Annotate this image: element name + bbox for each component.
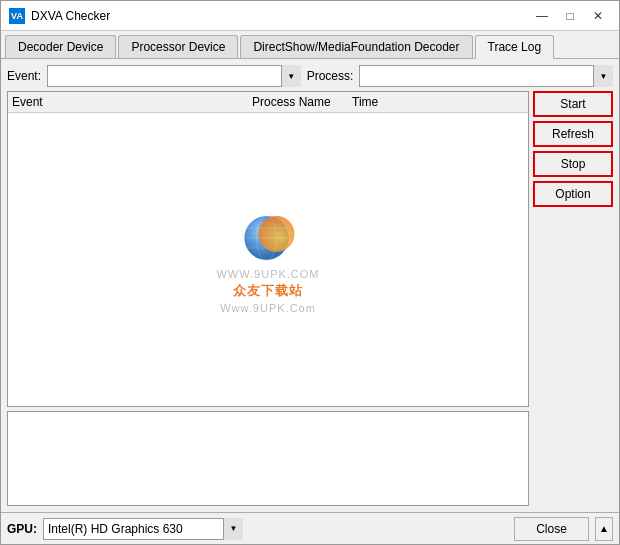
close-button[interactable]: Close bbox=[514, 517, 589, 541]
event-label: Event: bbox=[7, 69, 41, 83]
tab-directshow[interactable]: DirectShow/MediaFoundation Decoder bbox=[240, 35, 472, 58]
watermark-globe-icon bbox=[238, 206, 298, 266]
main-window: VA DXVA Checker — □ ✕ Decoder Device Pro… bbox=[0, 0, 620, 545]
svg-point-2 bbox=[244, 216, 288, 260]
event-dropdown[interactable] bbox=[47, 65, 301, 87]
tab-trace-log[interactable]: Trace Log bbox=[475, 35, 555, 59]
scroll-up-button[interactable]: ▲ bbox=[595, 517, 613, 541]
tab-bar: Decoder Device Processor Device DirectSh… bbox=[1, 31, 619, 59]
window-title: DXVA Checker bbox=[31, 9, 529, 23]
watermark-url-bottom: Www.9UPK.Com bbox=[220, 302, 316, 314]
refresh-button[interactable]: Refresh bbox=[533, 121, 613, 147]
gpu-label: GPU: bbox=[7, 522, 37, 536]
filter-row: Event: ▼ Process: ▼ bbox=[7, 65, 613, 87]
table-header: Event Process Name Time bbox=[8, 92, 528, 113]
stop-button[interactable]: Stop bbox=[533, 151, 613, 177]
detail-box bbox=[7, 411, 529, 506]
svg-point-3 bbox=[256, 216, 276, 260]
watermark-url-top: WWW.9UPK.COM bbox=[216, 268, 319, 280]
close-window-button[interactable]: ✕ bbox=[585, 5, 611, 27]
left-pane: Event Process Name Time bbox=[7, 91, 529, 506]
footer: GPU: Intel(R) HD Graphics 630 ▼ Close ▲ bbox=[1, 512, 619, 544]
tab-decoder-device[interactable]: Decoder Device bbox=[5, 35, 116, 58]
minimize-button[interactable]: — bbox=[529, 5, 555, 27]
watermark-chinese-text: 众友下载站 bbox=[233, 282, 303, 300]
gpu-dropdown[interactable]: Intel(R) HD Graphics 630 bbox=[43, 518, 243, 540]
table-body: WWW.9UPK.COM 众友下载站 Www.9UPK.Com bbox=[8, 113, 528, 406]
window-controls: — □ ✕ bbox=[529, 5, 611, 27]
gpu-dropdown-wrap: Intel(R) HD Graphics 630 ▼ bbox=[43, 518, 243, 540]
start-button[interactable]: Start bbox=[533, 91, 613, 117]
svg-point-0 bbox=[244, 216, 288, 260]
option-button[interactable]: Option bbox=[533, 181, 613, 207]
tab-processor-device[interactable]: Processor Device bbox=[118, 35, 238, 58]
process-dropdown[interactable] bbox=[359, 65, 613, 87]
maximize-button[interactable]: □ bbox=[557, 5, 583, 27]
content-area: Event: ▼ Process: ▼ Event Process Name bbox=[1, 59, 619, 512]
right-pane: Start Refresh Stop Option bbox=[533, 91, 613, 506]
event-dropdown-wrap: ▼ bbox=[47, 65, 301, 87]
col-header-process-name: Process Name bbox=[252, 95, 352, 109]
main-pane: Event Process Name Time bbox=[7, 91, 613, 506]
watermark: WWW.9UPK.COM 众友下载站 Www.9UPK.Com bbox=[216, 206, 319, 314]
process-label: Process: bbox=[307, 69, 354, 83]
svg-point-1 bbox=[258, 216, 294, 252]
title-bar: VA DXVA Checker — □ ✕ bbox=[1, 1, 619, 31]
process-dropdown-wrap: ▼ bbox=[359, 65, 613, 87]
event-table: Event Process Name Time bbox=[7, 91, 529, 407]
app-icon: VA bbox=[9, 8, 25, 24]
col-header-time: Time bbox=[352, 95, 432, 109]
col-header-event: Event bbox=[12, 95, 252, 109]
